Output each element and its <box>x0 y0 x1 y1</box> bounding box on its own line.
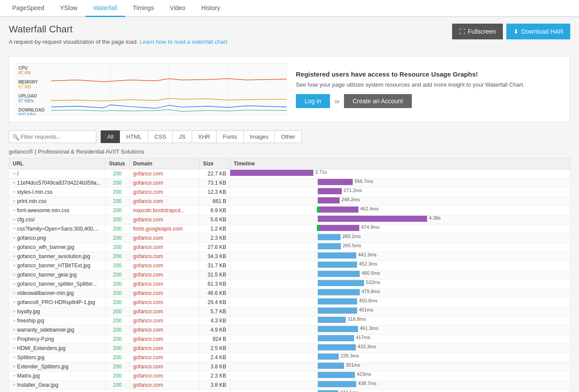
domain-link[interactable]: gofanco.com <box>133 318 163 324</box>
domain-link[interactable]: maxcdn.bootstrapcd... <box>133 207 185 214</box>
domain-link[interactable]: gofanco.com <box>133 171 163 177</box>
filter-btn-all[interactable]: All <box>101 130 120 143</box>
expand-icon[interactable]: + <box>13 299 16 305</box>
filter-btn-css[interactable]: CSS <box>148 130 173 143</box>
domain-link[interactable]: gofanco.com <box>133 364 163 370</box>
cell-domain: gofanco.com <box>130 252 200 261</box>
table-row[interactable]: +cfg.css/200gofanco.com5.8 KB4.38s <box>9 215 570 224</box>
cell-timeline: 423ms <box>230 371 570 381</box>
table-row[interactable]: +Video_Wall.jpg200gofanco.com7.8 KB232.5… <box>9 390 570 392</box>
domain-link[interactable]: gofanco.com <box>133 345 163 351</box>
domain-link[interactable]: gofanco.com <box>133 327 163 333</box>
table-row[interactable]: +gofanco.png200gofanco.com2.3 KB260.1ms <box>9 234 570 243</box>
table-row[interactable]: +gofanco6_PRO-HDRsplit4P-1.jpg200gofanco… <box>9 298 570 307</box>
table-row[interactable]: +Installer_Gear.jpg200gofanco.com3.8 KB4… <box>9 381 570 390</box>
domain-link[interactable]: gofanco.com <box>133 180 163 186</box>
domain-link[interactable]: gofanco.com <box>133 198 163 204</box>
fullscreen-button[interactable]: ⛶ Fullscreen <box>452 24 503 39</box>
domain-link[interactable]: gofanco.com <box>133 308 163 315</box>
table-row[interactable]: +Extender_Splitters.jpg200gofanco.com3.8… <box>9 362 570 371</box>
table-header: URL Status Domain Size Timeline <box>9 158 570 169</box>
create-account-button[interactable]: Create an Account <box>344 94 412 108</box>
tab-video[interactable]: Video <box>162 0 193 17</box>
domain-link[interactable]: gofanco.com <box>133 373 163 379</box>
domain-link[interactable]: gofanco.com <box>133 336 163 342</box>
table-row[interactable]: +gofanco_wfh_banner.jpg200gofanco.com27.… <box>9 243 570 252</box>
domain-link[interactable]: gofanco.com <box>133 299 163 305</box>
expand-icon[interactable]: + <box>13 382 16 388</box>
table-row[interactable]: +Splitters.jpg200gofanco.com2.4 KB239.3m… <box>9 353 570 362</box>
table-row[interactable]: +11ef4dcc57049ca837d4224b359a...200gofan… <box>9 178 570 188</box>
tab-pagespeed[interactable]: PageSpeed <box>4 0 52 17</box>
table-row[interactable]: +styles-l.min.css200gofanco.com12.3 KB27… <box>9 188 570 197</box>
download-har-button[interactable]: ⬇ Download HAR <box>506 24 570 39</box>
learn-link[interactable]: Learn how to read a waterfall chart. <box>140 38 229 45</box>
login-button[interactable]: Log in <box>296 94 330 108</box>
table-row[interactable]: +/200gofanco.com22.7 KB3.71s <box>9 169 570 178</box>
table-row[interactable]: +freeship.jpg200gofanco.com4.3 KB318.8ms <box>9 316 570 326</box>
expand-icon[interactable]: + <box>13 281 16 287</box>
table-row[interactable]: +loyalty.jpg200gofanco.com5.7 KB451ms <box>9 307 570 316</box>
table-row[interactable]: +font-awesome.min.css200maxcdn.bootstrap… <box>9 206 570 215</box>
tab-timings[interactable]: Timings <box>125 0 162 17</box>
filter-btn-images[interactable]: Images <box>244 130 275 143</box>
expand-icon[interactable]: + <box>13 318 16 324</box>
filter-btn-other[interactable]: Other <box>275 130 302 143</box>
domain-link[interactable]: gofanco.com <box>133 382 163 388</box>
cell-domain: gofanco.com <box>130 344 200 353</box>
table-row[interactable]: +videowallbanner-min.jpg200gofanco.com46… <box>9 289 570 298</box>
expand-icon[interactable]: + <box>13 226 16 232</box>
table-row[interactable]: +gofanco_banner_HTBitTExt.jpg200gofanco.… <box>9 261 570 270</box>
expand-icon[interactable]: + <box>13 189 16 195</box>
domain-link[interactable]: gofanco.com <box>133 189 163 195</box>
expand-icon[interactable]: + <box>13 364 16 370</box>
expand-icon[interactable]: + <box>13 272 16 278</box>
expand-icon[interactable]: + <box>13 327 16 333</box>
domain-link[interactable]: gofanco.com <box>133 253 163 259</box>
expand-icon[interactable]: + <box>13 244 16 250</box>
expand-icon[interactable]: + <box>13 198 16 204</box>
expand-icon[interactable]: + <box>13 235 16 241</box>
expand-icon[interactable]: + <box>13 180 16 186</box>
filter-btn-js[interactable]: JS <box>173 130 192 143</box>
table-row[interactable]: +gofanco_banner_splitter_Splitter...200g… <box>9 280 570 289</box>
filter-btn-html[interactable]: HTML <box>120 130 148 143</box>
cell-status: 200 <box>105 289 130 298</box>
expand-icon[interactable]: + <box>13 217 16 223</box>
expand-icon[interactable]: + <box>13 171 16 177</box>
table-row[interactable]: +print.min.css200gofanco.com661 B248.2ms <box>9 197 570 206</box>
tab-yslow[interactable]: YSlow <box>52 0 85 17</box>
expand-icon[interactable]: + <box>13 373 16 379</box>
expand-icon[interactable]: + <box>13 253 16 259</box>
domain-link[interactable]: gofanco.com <box>133 272 163 278</box>
filter-input[interactable] <box>9 130 96 143</box>
table-row[interactable]: +Prophecy-P.png200gofanco.com924 B417ms <box>9 335 570 344</box>
domain-link[interactable]: gofanco.com <box>133 281 163 287</box>
domain-link[interactable]: gofanco.com <box>133 354 163 360</box>
expand-icon[interactable]: + <box>13 354 16 360</box>
expand-icon[interactable]: + <box>13 308 16 315</box>
expand-icon[interactable]: + <box>13 345 16 351</box>
table-row[interactable]: +gofanco_banner_gear.jpg200gofanco.com31… <box>9 270 570 280</box>
domain-link[interactable]: fonts.googleapis.com <box>133 226 182 232</box>
filter-btn-xhr[interactable]: XHR <box>192 130 217 143</box>
expand-icon[interactable]: + <box>13 290 16 296</box>
domain-link[interactable]: gofanco.com <box>133 290 163 296</box>
table-row[interactable]: +css?family=Open+Sans:300,400,...200font… <box>9 224 570 234</box>
table-row[interactable]: +gofanco_banner_avsolution.jpg200gofanco… <box>9 252 570 261</box>
cell-timeline: 265.5ms <box>230 243 570 252</box>
domain-link[interactable]: gofanco.com <box>133 217 163 223</box>
domain-link[interactable]: gofanco.com <box>133 235 163 241</box>
tab-waterfall[interactable]: Waterfall <box>85 0 125 17</box>
table-row[interactable]: +HDMI_Extenders.jpg200gofanco.com2.5 KB4… <box>9 344 570 353</box>
expand-icon[interactable]: + <box>13 262 16 269</box>
expand-icon[interactable]: + <box>13 207 16 214</box>
filter-btn-fonts[interactable]: Fonts <box>217 130 244 143</box>
expand-icon[interactable]: + <box>13 336 16 342</box>
domain-link[interactable]: gofanco.com <box>133 244 163 250</box>
domain-link[interactable]: gofanco.com <box>133 262 163 269</box>
tab-history[interactable]: History <box>193 0 228 17</box>
table-row[interactable]: +warranty_sidebanner.jpg200gofanco.com4.… <box>9 326 570 335</box>
table-row[interactable]: +Matrix.jpg200gofanco.com2.3 KB423ms <box>9 371 570 381</box>
timeline-label: 301ms <box>346 362 360 368</box>
